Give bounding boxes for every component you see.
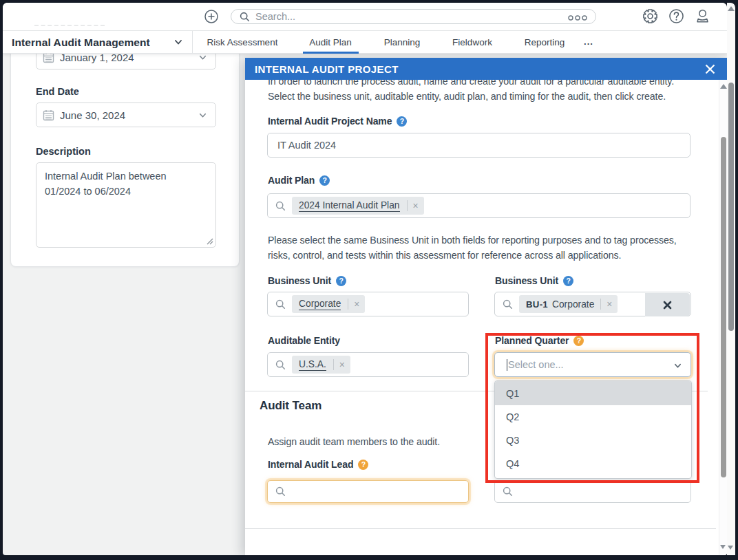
business-unit-left-label: Business Unit ?	[268, 275, 346, 286]
help-question-icon[interactable]: ?	[358, 460, 368, 470]
business-unit-right-label: Business Unit ?	[495, 275, 573, 286]
active-tab-underline	[303, 52, 359, 54]
settings-gear-icon[interactable]	[642, 8, 658, 24]
scroll-down-icon[interactable]	[720, 545, 726, 549]
search-icon	[503, 486, 513, 497]
text-caret	[507, 359, 507, 371]
audit-plan-tag[interactable]: 2024 Internal Audit Plan ×	[292, 197, 424, 215]
end-date-value: June 30, 2024	[60, 109, 125, 121]
project-name-value: IT Audit 2024	[277, 140, 336, 151]
internal-audit-lead-input[interactable]	[267, 480, 469, 503]
planned-quarter-placeholder: Select one...	[508, 359, 564, 370]
tab-reporting[interactable]: Reporting	[525, 31, 565, 54]
dropdown-option-q4[interactable]: Q4	[495, 452, 691, 475]
nav-separator	[192, 31, 193, 54]
scroll-up-icon[interactable]	[720, 84, 727, 89]
description-textarea[interactable]: Internal Audit Plan between 01/2024 to 0…	[36, 162, 216, 248]
user-icon[interactable]	[695, 8, 710, 24]
remove-tag-icon[interactable]: ×	[601, 299, 618, 310]
search-input[interactable]: Search...	[231, 9, 596, 24]
auditable-entity-label: Auditable Entity	[268, 335, 340, 346]
audit-plan-label: Audit Plan ?	[268, 175, 330, 186]
page-scrollbar-thumb[interactable]	[728, 83, 734, 331]
help-question-icon[interactable]: ?	[319, 175, 330, 186]
calendar-icon	[43, 109, 54, 121]
remove-tag-icon[interactable]: ×	[408, 201, 424, 211]
tab-planning[interactable]: Planning	[384, 31, 421, 54]
search-icon	[275, 201, 286, 211]
project-name-input[interactable]: IT Audit 2024	[267, 133, 690, 158]
project-name-label: Internal Audit Project Name ?	[268, 116, 407, 127]
modal-header: INTERNAL AUDIT PROJECT	[245, 58, 727, 80]
business-unit-left-input[interactable]: Corporate ×	[267, 292, 469, 316]
end-date-label: End Date	[36, 86, 79, 97]
top-bar: Search...	[3, 3, 727, 31]
audit-team-heading: Audit Team	[260, 399, 321, 413]
tab-more[interactable]: ...	[584, 31, 593, 52]
chevron-down-icon	[198, 111, 207, 120]
search-icon	[275, 486, 286, 497]
page-scrollbar[interactable]	[727, 3, 735, 555]
help-question-icon[interactable]: ?	[573, 336, 584, 346]
dropdown-option-q1[interactable]: Q1	[495, 381, 691, 405]
help-question-icon[interactable]: ?	[397, 116, 407, 127]
planned-quarter-label: Planned Quarter ?	[495, 335, 584, 346]
app-title-chevron-icon[interactable]	[173, 37, 183, 47]
modal-title: INTERNAL AUDIT PROJECT	[255, 63, 399, 75]
planned-quarter-select[interactable]: Select one...	[494, 352, 691, 377]
tab-fieldwork[interactable]: Fieldwork	[452, 31, 492, 54]
audit-team-description: Assign audit team members to the audit.	[268, 435, 440, 450]
close-icon[interactable]	[705, 64, 715, 74]
window-frame: Search... Internal Audit Management Risk…	[0, 0, 738, 560]
search-options-icon[interactable]	[568, 15, 587, 21]
app-title[interactable]: Internal Audit Management	[12, 31, 150, 54]
audit-plan-form-card: January 1, 2024 End Date June 30, 2024 D…	[10, 26, 240, 267]
chevron-down-icon	[198, 53, 207, 62]
scroll-up-icon[interactable]	[728, 6, 735, 11]
audit-team-member-input[interactable]	[494, 480, 691, 503]
search-icon	[503, 299, 513, 310]
nav-bar: Internal Audit Management Risk Assessmen…	[3, 31, 727, 54]
internal-audit-lead-label: Internal Audit Lead ?	[268, 459, 368, 470]
tab-audit-plan[interactable]: Audit Plan	[309, 31, 352, 54]
business-unit-right-input[interactable]: BU-1 Corporate ×	[494, 292, 691, 316]
business-unit-ref-tag[interactable]: BU-1 Corporate ×	[519, 295, 618, 313]
remove-tag-icon[interactable]: ×	[334, 360, 350, 370]
help-question-icon[interactable]: ?	[563, 276, 573, 286]
business-unit-tag[interactable]: Corporate ×	[292, 295, 365, 313]
tab-risk-assessment[interactable]: Risk Assessment	[207, 31, 278, 54]
modal-scrollbar-thumb[interactable]	[721, 137, 726, 477]
description-label: Description	[36, 146, 91, 157]
help-question-icon[interactable]: ?	[336, 276, 346, 286]
chevron-down-icon	[673, 361, 682, 370]
clear-field-button[interactable]	[645, 293, 690, 316]
remove-tag-icon[interactable]: ×	[348, 299, 365, 310]
logo-remnant	[34, 25, 105, 26]
auditable-entity-input[interactable]: U.S.A. ×	[267, 352, 469, 377]
internal-audit-project-modal: In order to launch the process audit, na…	[245, 58, 727, 555]
planned-quarter-dropdown: Q1 Q2 Q3 Q4	[494, 380, 692, 479]
audit-plan-input[interactable]: 2024 Internal Audit Plan ×	[267, 193, 690, 218]
help-icon[interactable]	[668, 8, 684, 24]
resize-handle-icon[interactable]	[207, 238, 213, 245]
footer-divider	[245, 528, 716, 529]
auditable-entity-tag[interactable]: U.S.A. ×	[292, 356, 350, 374]
dropdown-option-q2[interactable]: Q2	[495, 405, 691, 429]
search-icon	[240, 12, 250, 22]
description-value: Internal Audit Plan between 01/2024 to 0…	[45, 169, 191, 199]
add-icon[interactable]	[204, 10, 218, 23]
modal-scrollbar[interactable]	[719, 80, 727, 555]
business-unit-note: Please select the same Business Unit in …	[268, 233, 695, 263]
search-icon	[275, 360, 286, 370]
end-date-input[interactable]: June 30, 2024	[36, 103, 216, 127]
search-placeholder: Search...	[255, 11, 295, 22]
app-screen: Search... Internal Audit Management Risk…	[3, 3, 727, 555]
scroll-down-icon[interactable]	[728, 546, 733, 550]
dropdown-option-q3[interactable]: Q3	[495, 429, 691, 452]
search-icon	[275, 299, 286, 310]
logo-placeholder	[3, 3, 108, 25]
